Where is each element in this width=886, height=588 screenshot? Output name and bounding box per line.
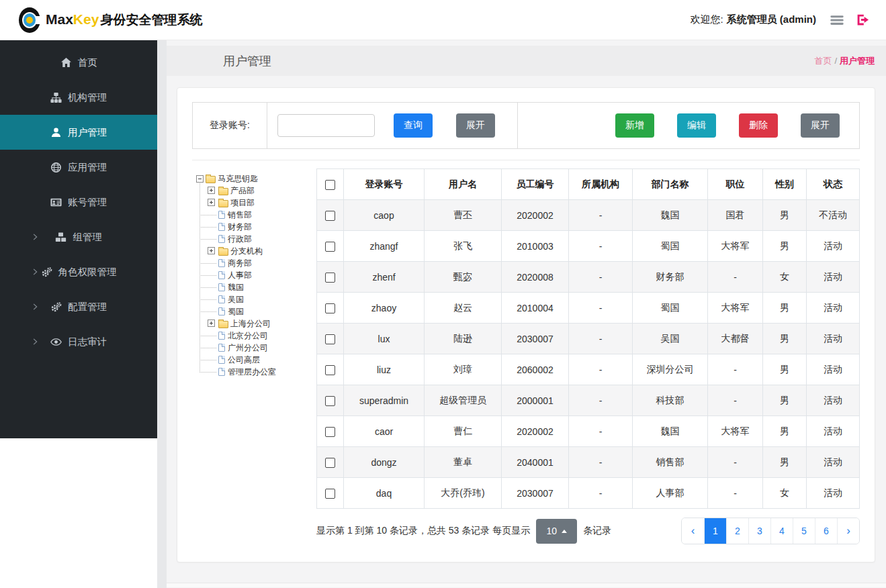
tree-node[interactable]: 商务部	[208, 257, 316, 269]
page-button[interactable]: 6	[815, 518, 837, 544]
tree-node-label: 上海分公司	[230, 318, 271, 330]
select-all-header-cell	[317, 169, 344, 200]
table-row: lux陆逊2030007-吴国大都督男活动	[317, 324, 860, 354]
table-cell: zhangf	[344, 231, 425, 262]
table-cell: 魏国	[633, 416, 708, 447]
tree-node[interactable]: 魏国	[208, 281, 316, 293]
next-page-button[interactable]: ›	[837, 518, 859, 544]
menu-bars-icon[interactable]	[830, 13, 844, 28]
page-button[interactable]: 4	[770, 518, 793, 544]
plus-toggle-icon[interactable]	[208, 199, 215, 206]
tree-node[interactable]: 产品部	[208, 185, 316, 197]
table-row: caop曹丕2020002-魏国国君男不活动	[317, 200, 860, 231]
page-button[interactable]: 3	[748, 518, 770, 544]
prev-page-button[interactable]: ‹	[682, 518, 704, 544]
row-checkbox[interactable]	[325, 365, 335, 375]
table-cell: -	[708, 447, 763, 478]
row-checkbox[interactable]	[325, 427, 335, 437]
row-checkbox[interactable]	[325, 396, 335, 406]
column-header: 登录账号	[344, 169, 425, 200]
table-cell: 大将军	[708, 293, 763, 324]
sidebar-item-org[interactable]: 机构管理	[0, 80, 157, 115]
tree-node[interactable]: 吴国	[208, 293, 316, 305]
sidebar-item-user[interactable]: 用户管理	[0, 115, 157, 150]
tree-node-label: 马克思钥匙	[218, 173, 258, 185]
row-checkbox[interactable]	[325, 489, 335, 499]
row-select-cell	[317, 478, 344, 509]
tree-node[interactable]: 北京分公司	[208, 330, 316, 342]
tree-node[interactable]: 行政部	[208, 233, 316, 245]
brand-key: Key	[73, 11, 99, 28]
action-buttons: 新增编辑删除展开	[517, 103, 859, 148]
row-checkbox[interactable]	[325, 303, 335, 313]
tree-node[interactable]: 广州分公司	[208, 342, 316, 354]
row-checkbox[interactable]	[325, 334, 335, 344]
folder-icon	[218, 321, 228, 328]
tree-node[interactable]: 销售部	[208, 209, 316, 221]
page-button[interactable]: 5	[793, 518, 815, 544]
sidebar-item-label: 应用管理	[68, 161, 107, 174]
table-cell: 曹丕	[425, 200, 502, 231]
plus-toggle-icon[interactable]	[208, 247, 215, 254]
chevron-right-icon	[31, 268, 39, 276]
login-account-input[interactable]	[277, 114, 375, 137]
tree-node[interactable]: 财务部	[208, 221, 316, 233]
row-select-cell	[317, 262, 344, 293]
file-icon	[218, 223, 225, 231]
plus-toggle-icon[interactable]	[208, 187, 215, 194]
folder-icon	[218, 188, 228, 195]
tree-node[interactable]: 蜀国	[208, 305, 316, 317]
sidebar-item-app[interactable]: 应用管理	[0, 150, 157, 185]
sidebar-item-group[interactable]: 组管理	[0, 219, 157, 254]
row-checkbox[interactable]	[325, 211, 335, 221]
row-checkbox[interactable]	[325, 242, 335, 252]
edit-button[interactable]: 编辑	[677, 113, 716, 138]
tree-node-label: 魏国	[228, 282, 244, 293]
content-card: 登录账号: 查询 展开 新增编辑删除展开 马克思钥匙产品部项目部销售部财务部行政…	[177, 87, 875, 562]
row-checkbox[interactable]	[325, 273, 335, 283]
table-cell: 活动	[807, 385, 860, 416]
logout-icon[interactable]	[856, 13, 870, 27]
column-header: 员工编号	[502, 169, 569, 200]
table-cell: 甄宓	[425, 262, 502, 293]
row-checkbox[interactable]	[325, 458, 335, 468]
sidebar-item-role[interactable]: 角色权限管理	[0, 254, 157, 289]
add-button[interactable]: 新增	[615, 113, 654, 138]
plus-toggle-icon[interactable]	[208, 320, 215, 327]
folder-icon	[218, 248, 228, 256]
table-cell: -	[569, 447, 633, 478]
table-cell: dongz	[344, 447, 425, 478]
minus-toggle-icon[interactable]	[196, 175, 204, 183]
table-cell: -	[569, 324, 633, 354]
file-icon	[218, 259, 225, 267]
page-size-select[interactable]: 10	[536, 519, 577, 544]
page-button[interactable]: 1	[704, 518, 726, 544]
sidebar-item-config[interactable]: 配置管理	[0, 289, 157, 324]
sidebar-item-account[interactable]: 账号管理	[0, 185, 157, 219]
row-select-cell	[317, 354, 344, 385]
delete-button[interactable]: 删除	[739, 113, 778, 138]
file-icon	[218, 307, 225, 315]
search-button[interactable]: 查询	[394, 113, 433, 138]
table-cell: 2020002	[502, 200, 569, 231]
tree-node[interactable]: 管理层办公室	[208, 366, 316, 378]
tree-node[interactable]: 人事部	[208, 269, 316, 281]
tree-node[interactable]: 公司高层	[208, 354, 316, 366]
select-all-checkbox[interactable]	[325, 180, 335, 190]
tree-node[interactable]: 项目部	[208, 197, 316, 209]
sidebar-item-audit[interactable]: 日志审计	[0, 324, 157, 359]
sidebar-item-home[interactable]: 首页	[0, 45, 157, 80]
sidebar-item-label: 用户管理	[68, 126, 107, 139]
tree-node[interactable]: 分支机构	[208, 245, 316, 257]
table-cell: 大将军	[708, 231, 763, 262]
table-cell: 女	[763, 262, 807, 293]
breadcrumb-home-link[interactable]: 首页	[814, 56, 832, 66]
tree-connector	[208, 233, 216, 245]
expand-filter-button[interactable]: 展开	[456, 113, 495, 138]
tree-connector	[208, 293, 216, 305]
tree-node[interactable]: 上海分公司	[208, 317, 316, 330]
tree-node[interactable]: 马克思钥匙	[196, 173, 316, 185]
expand-button[interactable]: 展开	[801, 113, 840, 138]
page-button[interactable]: 2	[726, 518, 748, 544]
table-cell: -	[708, 478, 763, 509]
